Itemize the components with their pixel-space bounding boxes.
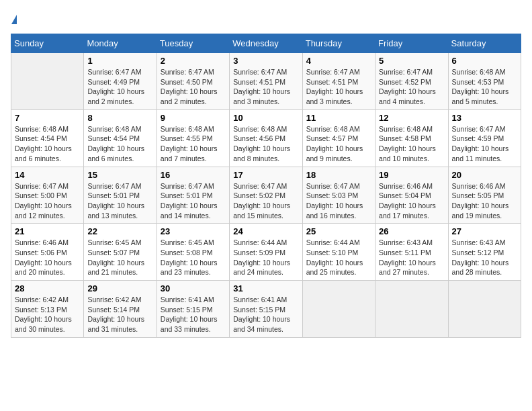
day-info: Sunrise: 6:45 AMSunset: 5:07 PMDaylight:… bbox=[87, 238, 152, 277]
day-cell: 18Sunrise: 6:47 AMSunset: 5:03 PMDayligh… bbox=[302, 167, 375, 224]
day-cell: 4Sunrise: 6:47 AMSunset: 4:51 PMDaylight… bbox=[302, 53, 375, 110]
col-header-monday: Monday bbox=[84, 34, 157, 53]
day-info: Sunrise: 6:47 AMSunset: 4:51 PMDaylight:… bbox=[233, 67, 298, 107]
day-info: Sunrise: 6:47 AMSunset: 5:03 PMDaylight:… bbox=[306, 181, 371, 221]
day-cell: 26Sunrise: 6:43 AMSunset: 5:11 PMDayligh… bbox=[375, 224, 448, 281]
day-cell: 19Sunrise: 6:46 AMSunset: 5:04 PMDayligh… bbox=[375, 167, 448, 224]
week-row-4: 21Sunrise: 6:46 AMSunset: 5:06 PMDayligh… bbox=[11, 224, 521, 281]
day-number: 27 bbox=[452, 226, 517, 236]
day-info: Sunrise: 6:48 AMSunset: 4:54 PMDaylight:… bbox=[15, 124, 80, 164]
day-info: Sunrise: 6:43 AMSunset: 5:12 PMDaylight:… bbox=[452, 238, 517, 277]
day-number: 9 bbox=[161, 113, 226, 123]
day-number: 8 bbox=[87, 113, 152, 123]
day-number: 29 bbox=[87, 283, 152, 293]
day-cell: 13Sunrise: 6:47 AMSunset: 4:59 PMDayligh… bbox=[448, 109, 521, 167]
day-cell: 10Sunrise: 6:48 AMSunset: 4:56 PMDayligh… bbox=[230, 109, 302, 167]
day-number: 1 bbox=[87, 56, 152, 66]
day-cell: 2Sunrise: 6:47 AMSunset: 4:50 PMDaylight… bbox=[157, 53, 229, 110]
day-number: 7 bbox=[15, 113, 80, 123]
day-info: Sunrise: 6:42 AMSunset: 5:14 PMDaylight:… bbox=[87, 295, 152, 334]
day-cell: 31Sunrise: 6:41 AMSunset: 5:15 PMDayligh… bbox=[230, 281, 302, 338]
day-info: Sunrise: 6:47 AMSunset: 4:51 PMDaylight:… bbox=[306, 67, 371, 107]
day-number: 10 bbox=[233, 113, 298, 123]
page-header bbox=[11, 11, 521, 26]
day-cell: 27Sunrise: 6:43 AMSunset: 5:12 PMDayligh… bbox=[448, 224, 521, 281]
day-number: 25 bbox=[306, 226, 371, 236]
day-info: Sunrise: 6:48 AMSunset: 4:53 PMDaylight:… bbox=[452, 67, 517, 107]
day-cell bbox=[375, 281, 448, 338]
logo bbox=[11, 11, 18, 26]
day-cell: 15Sunrise: 6:47 AMSunset: 5:01 PMDayligh… bbox=[84, 167, 157, 224]
logo-general bbox=[11, 11, 18, 26]
day-number: 17 bbox=[233, 170, 298, 180]
day-info: Sunrise: 6:47 AMSunset: 4:59 PMDaylight:… bbox=[452, 124, 517, 164]
day-cell: 9Sunrise: 6:48 AMSunset: 4:55 PMDaylight… bbox=[157, 109, 229, 167]
day-number: 18 bbox=[306, 170, 371, 180]
day-number: 31 bbox=[233, 283, 298, 293]
day-number: 15 bbox=[87, 170, 152, 180]
day-info: Sunrise: 6:46 AMSunset: 5:06 PMDaylight:… bbox=[15, 238, 80, 277]
day-cell: 28Sunrise: 6:42 AMSunset: 5:13 PMDayligh… bbox=[11, 281, 84, 338]
day-cell: 11Sunrise: 6:48 AMSunset: 4:57 PMDayligh… bbox=[302, 109, 375, 167]
day-cell: 6Sunrise: 6:48 AMSunset: 4:53 PMDaylight… bbox=[448, 53, 521, 110]
day-info: Sunrise: 6:47 AMSunset: 4:50 PMDaylight:… bbox=[161, 67, 226, 107]
calendar-table: SundayMondayTuesdayWednesdayThursdayFrid… bbox=[11, 34, 521, 338]
day-number: 4 bbox=[306, 56, 371, 66]
day-info: Sunrise: 6:44 AMSunset: 5:10 PMDaylight:… bbox=[306, 238, 371, 277]
day-cell bbox=[11, 53, 84, 110]
day-number: 23 bbox=[161, 226, 226, 236]
day-number: 6 bbox=[452, 56, 517, 66]
day-cell bbox=[448, 281, 521, 338]
day-number: 19 bbox=[379, 170, 444, 180]
day-cell: 17Sunrise: 6:47 AMSunset: 5:02 PMDayligh… bbox=[230, 167, 302, 224]
day-cell: 3Sunrise: 6:47 AMSunset: 4:51 PMDaylight… bbox=[230, 53, 302, 110]
day-cell: 5Sunrise: 6:47 AMSunset: 4:52 PMDaylight… bbox=[375, 53, 448, 110]
day-info: Sunrise: 6:41 AMSunset: 5:15 PMDaylight:… bbox=[161, 295, 226, 334]
day-cell: 8Sunrise: 6:48 AMSunset: 4:54 PMDaylight… bbox=[84, 109, 157, 167]
col-header-wednesday: Wednesday bbox=[230, 34, 302, 53]
col-header-sunday: Sunday bbox=[11, 34, 84, 53]
day-info: Sunrise: 6:48 AMSunset: 4:54 PMDaylight:… bbox=[87, 124, 152, 164]
day-number: 3 bbox=[233, 56, 298, 66]
week-row-2: 7Sunrise: 6:48 AMSunset: 4:54 PMDaylight… bbox=[11, 109, 521, 167]
day-cell: 14Sunrise: 6:47 AMSunset: 5:00 PMDayligh… bbox=[11, 167, 84, 224]
header-row: SundayMondayTuesdayWednesdayThursdayFrid… bbox=[11, 34, 521, 53]
day-cell: 16Sunrise: 6:47 AMSunset: 5:01 PMDayligh… bbox=[157, 167, 229, 224]
day-info: Sunrise: 6:43 AMSunset: 5:11 PMDaylight:… bbox=[379, 238, 444, 277]
day-number: 20 bbox=[452, 170, 517, 180]
day-cell: 1Sunrise: 6:47 AMSunset: 4:49 PMDaylight… bbox=[84, 53, 157, 110]
day-info: Sunrise: 6:46 AMSunset: 5:05 PMDaylight:… bbox=[452, 181, 517, 221]
day-info: Sunrise: 6:47 AMSunset: 4:49 PMDaylight:… bbox=[87, 67, 152, 107]
day-number: 11 bbox=[306, 113, 371, 123]
day-info: Sunrise: 6:46 AMSunset: 5:04 PMDaylight:… bbox=[379, 181, 444, 221]
day-info: Sunrise: 6:42 AMSunset: 5:13 PMDaylight:… bbox=[15, 295, 80, 334]
day-info: Sunrise: 6:41 AMSunset: 5:15 PMDaylight:… bbox=[233, 295, 298, 334]
day-info: Sunrise: 6:45 AMSunset: 5:08 PMDaylight:… bbox=[161, 238, 226, 277]
day-info: Sunrise: 6:48 AMSunset: 4:58 PMDaylight:… bbox=[379, 124, 444, 164]
day-number: 26 bbox=[379, 226, 444, 236]
day-info: Sunrise: 6:44 AMSunset: 5:09 PMDaylight:… bbox=[233, 238, 298, 277]
day-cell: 7Sunrise: 6:48 AMSunset: 4:54 PMDaylight… bbox=[11, 109, 84, 167]
col-header-thursday: Thursday bbox=[302, 34, 375, 53]
day-info: Sunrise: 6:48 AMSunset: 4:57 PMDaylight:… bbox=[306, 124, 371, 164]
day-info: Sunrise: 6:47 AMSunset: 5:02 PMDaylight:… bbox=[233, 181, 298, 221]
day-number: 13 bbox=[452, 113, 517, 123]
day-info: Sunrise: 6:47 AMSunset: 5:00 PMDaylight:… bbox=[15, 181, 80, 221]
day-cell: 20Sunrise: 6:46 AMSunset: 5:05 PMDayligh… bbox=[448, 167, 521, 224]
day-number: 30 bbox=[161, 283, 226, 293]
col-header-saturday: Saturday bbox=[448, 34, 521, 53]
day-number: 24 bbox=[233, 226, 298, 236]
day-cell: 22Sunrise: 6:45 AMSunset: 5:07 PMDayligh… bbox=[84, 224, 157, 281]
day-cell: 24Sunrise: 6:44 AMSunset: 5:09 PMDayligh… bbox=[230, 224, 302, 281]
day-cell: 21Sunrise: 6:46 AMSunset: 5:06 PMDayligh… bbox=[11, 224, 84, 281]
week-row-1: 1Sunrise: 6:47 AMSunset: 4:49 PMDaylight… bbox=[11, 53, 521, 110]
day-number: 21 bbox=[15, 226, 80, 236]
day-info: Sunrise: 6:48 AMSunset: 4:55 PMDaylight:… bbox=[161, 124, 226, 164]
day-number: 22 bbox=[87, 226, 152, 236]
day-info: Sunrise: 6:48 AMSunset: 4:56 PMDaylight:… bbox=[233, 124, 298, 164]
day-info: Sunrise: 6:47 AMSunset: 4:52 PMDaylight:… bbox=[379, 67, 444, 107]
day-number: 2 bbox=[161, 56, 226, 66]
day-cell: 12Sunrise: 6:48 AMSunset: 4:58 PMDayligh… bbox=[375, 109, 448, 167]
day-cell: 29Sunrise: 6:42 AMSunset: 5:14 PMDayligh… bbox=[84, 281, 157, 338]
day-number: 14 bbox=[15, 170, 80, 180]
